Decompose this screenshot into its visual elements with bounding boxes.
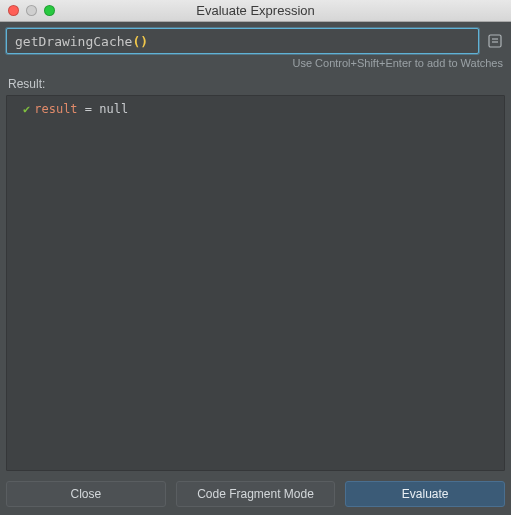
expression-input[interactable]: getDrawingCache() — [6, 28, 479, 54]
result-name: result — [34, 102, 77, 116]
result-line: ✔︎ result = null — [13, 100, 498, 116]
window-title: Evaluate Expression — [0, 3, 511, 18]
close-button[interactable]: Close — [6, 481, 166, 507]
result-value: = null — [78, 102, 129, 116]
result-label: Result: — [6, 77, 505, 95]
svg-rect-0 — [489, 35, 501, 47]
window-controls — [0, 5, 55, 16]
expression-function: getDrawingCache — [15, 34, 132, 49]
code-fragment-mode-button[interactable]: Code Fragment Mode — [176, 481, 336, 507]
evaluate-button[interactable]: Evaluate — [345, 481, 505, 507]
dialog-content: getDrawingCache() Use Control+Shift+Ente… — [0, 22, 511, 515]
button-row: Close Code Fragment Mode Evaluate — [6, 471, 505, 507]
history-icon — [487, 33, 503, 49]
expression-parens: () — [132, 34, 148, 49]
check-icon: ✔︎ — [23, 103, 30, 115]
titlebar: Evaluate Expression — [0, 0, 511, 22]
shortcut-hint: Use Control+Shift+Enter to add to Watche… — [6, 54, 505, 77]
zoom-window-icon[interactable] — [44, 5, 55, 16]
result-panel[interactable]: ✔︎ result = null — [6, 95, 505, 471]
history-button[interactable] — [485, 31, 505, 51]
expression-row: getDrawingCache() — [6, 28, 505, 54]
minimize-window-icon — [26, 5, 37, 16]
close-window-icon[interactable] — [8, 5, 19, 16]
